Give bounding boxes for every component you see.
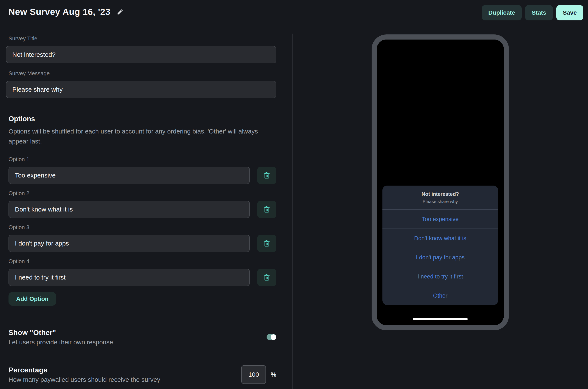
delete-option-3-button[interactable] <box>257 235 276 252</box>
percent-sign: % <box>271 371 276 378</box>
header-buttons: Duplicate Stats Save <box>482 5 583 20</box>
page-title: New Survey Aug 16, '23 <box>8 7 110 17</box>
edit-title-icon[interactable] <box>117 8 124 15</box>
preview-option-4: I need to try it first <box>382 267 498 286</box>
duplicate-button[interactable]: Duplicate <box>482 5 522 20</box>
trash-icon <box>263 172 270 179</box>
options-heading: Options <box>8 115 276 123</box>
delete-option-1-button[interactable] <box>257 167 276 184</box>
option-row <box>8 235 276 252</box>
stats-button[interactable]: Stats <box>525 5 553 20</box>
show-other-description: Let users provide their own response <box>8 338 113 346</box>
show-other-toggle[interactable] <box>266 334 276 340</box>
phone-screen: Not interested? Please share why Too exp… <box>377 39 504 325</box>
preview-option-3: I don't pay for apps <box>382 248 498 267</box>
trash-icon <box>263 274 270 281</box>
percentage-heading: Percentage <box>8 366 160 374</box>
options-description: Options will be shuffled for each user t… <box>8 126 272 146</box>
main-content: Survey Title Survey Message Options Opti… <box>0 33 588 389</box>
percentage-description: How many paywalled users should receive … <box>8 376 160 384</box>
survey-editor-app: New Survey Aug 16, '23 Duplicate Stats S… <box>0 0 588 389</box>
option-3-label: Option 3 <box>8 224 276 230</box>
option-group-3: Option 3 <box>8 224 276 252</box>
option-group-2: Option 2 <box>8 190 276 218</box>
preview-survey-card: Not interested? Please share why Too exp… <box>382 186 498 305</box>
add-option-button[interactable]: Add Option <box>8 292 56 306</box>
title-row: New Survey Aug 16, '23 <box>8 7 124 17</box>
percentage-row: Percentage How many paywalled users shou… <box>8 365 276 384</box>
option-row <box>8 201 276 218</box>
percentage-text: Percentage How many paywalled users shou… <box>8 366 160 384</box>
preview-option-1: Too expensive <box>382 209 498 228</box>
survey-message-label: Survey Message <box>8 70 276 76</box>
option-group-1: Option 1 <box>8 156 276 184</box>
delete-option-4-button[interactable] <box>257 269 276 286</box>
save-button[interactable]: Save <box>556 5 583 20</box>
preview-card-header: Not interested? Please share why <box>382 186 498 209</box>
option-2-label: Option 2 <box>8 190 276 196</box>
show-other-row: Show "Other" Let users provide their own… <box>8 328 276 346</box>
home-indicator <box>413 318 468 320</box>
trash-icon <box>263 206 270 213</box>
survey-title-label: Survey Title <box>8 35 276 42</box>
preview-option-other: Other <box>382 286 498 305</box>
survey-form-panel: Survey Title Survey Message Options Opti… <box>0 33 292 389</box>
option-1-label: Option 1 <box>8 156 276 162</box>
show-other-text: Show "Other" Let users provide their own… <box>8 328 113 346</box>
percentage-input-group: % <box>241 365 276 384</box>
option-4-input[interactable] <box>8 269 250 286</box>
preview-card-title: Not interested? <box>422 191 459 197</box>
preview-panel: Not interested? Please share why Too exp… <box>292 33 588 389</box>
percentage-input[interactable] <box>241 365 266 384</box>
toggle-knob <box>271 334 276 340</box>
delete-option-2-button[interactable] <box>257 201 276 218</box>
option-3-input[interactable] <box>8 235 250 252</box>
option-row <box>8 167 276 184</box>
survey-message-input[interactable] <box>6 81 276 98</box>
preview-card-subtitle: Please share why <box>423 199 458 204</box>
option-4-label: Option 4 <box>8 258 276 264</box>
trash-icon <box>263 240 270 247</box>
show-other-heading: Show "Other" <box>8 328 113 337</box>
header: New Survey Aug 16, '23 Duplicate Stats S… <box>0 0 588 33</box>
option-group-4: Option 4 <box>8 258 276 286</box>
preview-option-2: Don't know what it is <box>382 228 498 248</box>
phone-preview: Not interested? Please share why Too exp… <box>372 34 509 330</box>
option-2-input[interactable] <box>8 201 250 218</box>
option-row <box>8 269 276 286</box>
survey-title-input[interactable] <box>6 46 276 63</box>
option-1-input[interactable] <box>8 167 250 184</box>
